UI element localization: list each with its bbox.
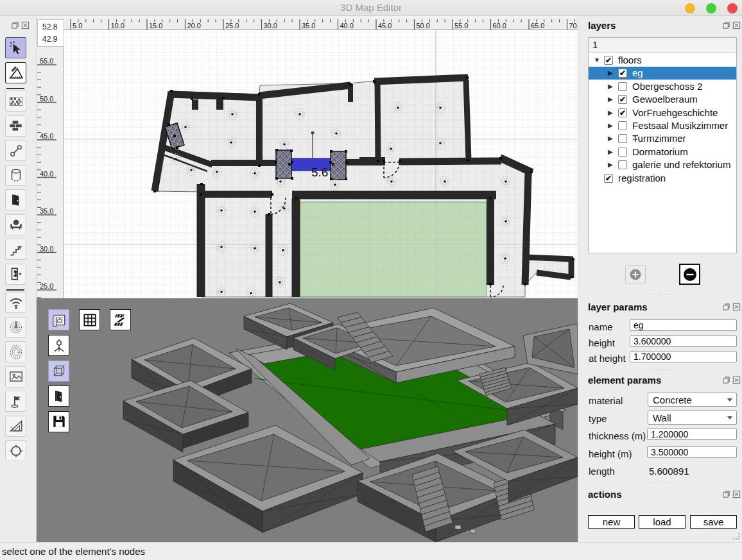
image-tool-button[interactable]	[5, 366, 26, 387]
float-dock-icon[interactable]	[722, 303, 730, 311]
layer-checkbox[interactable]	[618, 121, 627, 130]
measure-tool-button[interactable]	[5, 62, 26, 83]
minimize-button[interactable]	[685, 3, 695, 13]
layer-checkbox[interactable]: ✔	[604, 56, 613, 65]
layers-title: layers	[588, 20, 616, 31]
layer-checkbox[interactable]: ✔	[604, 174, 613, 183]
radio-source-tool-button[interactable]	[5, 317, 26, 338]
model-3d-view[interactable]	[37, 298, 578, 542]
layer-row-festsaal-musikzimmer-[interactable]: ▶Festsaal Musikzimmer ...	[589, 119, 736, 132]
crosshair-tool-button[interactable]	[5, 440, 26, 461]
material-combo[interactable]: Concrete	[648, 393, 737, 407]
grid-button[interactable]	[79, 309, 100, 330]
close-button[interactable]	[727, 3, 738, 13]
armchair-tool-button[interactable]	[5, 214, 26, 235]
fingerprint-tool-button[interactable]	[5, 341, 26, 362]
wire-cube-button[interactable]	[48, 361, 69, 382]
layer-name-field[interactable]	[630, 319, 737, 331]
layer-at-height-field[interactable]	[630, 351, 737, 362]
close-dock-icon[interactable]	[21, 21, 30, 30]
length-value: 5.600891	[649, 466, 689, 477]
layers-tree[interactable]: 1 ▼✔floors▶✔eg▶Obergeschoss 2▶✔Gewoelber…	[588, 37, 737, 253]
tool-palette	[0, 16, 37, 542]
svg-text:30.0: 30.0	[40, 245, 53, 253]
close-dock-icon[interactable]	[732, 303, 741, 311]
at-height-label: at height	[589, 353, 626, 364]
layer-row-turmzimmer[interactable]: ▶Turmzimmer	[589, 132, 736, 145]
layer-row-galerie-und-refektorium[interactable]: ▶galerie und refektorium	[589, 158, 736, 171]
element-height-field[interactable]	[647, 446, 737, 458]
texture-tool-button[interactable]	[5, 90, 26, 112]
door-tool-button[interactable]	[5, 189, 26, 210]
load-button[interactable]: load	[639, 515, 686, 529]
wifi-tool-button[interactable]	[5, 292, 26, 313]
edge-nodes-tool-button[interactable]	[5, 140, 26, 161]
layer-row-registration[interactable]: ✔registration	[589, 172, 736, 185]
save-button[interactable]: save	[690, 515, 737, 529]
add-layer-button[interactable]	[625, 265, 646, 284]
save-icon	[51, 413, 67, 430]
maximize-button[interactable]	[706, 3, 716, 13]
layer-row-obergeschoss-2[interactable]: ▶Obergeschoss 2	[589, 80, 736, 93]
layer-height-field[interactable]	[630, 335, 737, 347]
float-dock-icon[interactable]	[722, 376, 730, 384]
splitter-handle[interactable]: ······	[650, 366, 671, 373]
layer-row-floors[interactable]: ▼✔floors	[589, 54, 736, 67]
layer-checkbox[interactable]	[618, 148, 627, 157]
float-dock-icon[interactable]	[722, 490, 730, 498]
map-2d-view[interactable]: 52.8 42.9 5.010.015.020.025.030.035.040.…	[37, 16, 578, 298]
door3d-button[interactable]	[48, 386, 69, 407]
z-logo-button[interactable]	[110, 309, 131, 330]
chevron-down-icon[interactable]: ▼	[594, 56, 600, 64]
remove-layer-button[interactable]	[679, 264, 700, 285]
z-logo-icon	[112, 312, 129, 328]
bricks-tool-button[interactable]	[5, 115, 26, 137]
chevron-right-icon[interactable]: ▶	[608, 83, 613, 90]
chevron-right-icon[interactable]: ▶	[608, 69, 613, 76]
layer-row-gewoelberaum[interactable]: ▶✔Gewoelberaum	[589, 93, 736, 106]
person-exit-tool-button[interactable]	[5, 264, 26, 285]
layer-label: Dormatorium	[632, 146, 688, 157]
layer-checkbox[interactable]: ✔	[618, 108, 627, 117]
cursor-select-tool-button[interactable]	[5, 37, 26, 58]
close-dock-icon[interactable]	[732, 21, 741, 30]
layer-checkbox[interactable]: ✔	[618, 69, 627, 78]
horizontal-ruler: 5.010.015.020.025.030.035.040.045.050.05…	[64, 19, 578, 30]
layer-checkbox[interactable]	[618, 160, 627, 169]
float-dock-icon[interactable]	[11, 21, 19, 30]
material-value: Concrete	[653, 395, 692, 405]
layer-row-eg[interactable]: ▶✔eg	[589, 67, 736, 80]
layer-row-dormatorium[interactable]: ▶Dormatorium	[589, 146, 736, 158]
cylinder-tool-button[interactable]	[5, 165, 26, 186]
person-exit-icon	[8, 266, 24, 282]
chevron-right-icon[interactable]: ▶	[608, 148, 613, 155]
thickness-field[interactable]	[647, 428, 737, 440]
stairs-tool-button[interactable]	[5, 239, 26, 260]
float-dock-icon[interactable]	[722, 21, 730, 30]
size-grip[interactable]	[732, 532, 740, 540]
chevron-right-icon[interactable]: ▶	[608, 122, 613, 129]
layer-row-vorfruehgeschichte[interactable]: ▶✔VorFruehgeschichte	[589, 106, 736, 119]
image-icon	[8, 368, 24, 385]
type-combo[interactable]: Wall	[648, 411, 737, 425]
chevron-right-icon[interactable]: ▶	[608, 135, 613, 142]
layer-checkbox[interactable]	[618, 134, 627, 143]
chevron-right-icon[interactable]: ▶	[608, 109, 613, 116]
close-dock-icon[interactable]	[732, 376, 741, 384]
axes-gizmo-button[interactable]	[48, 335, 69, 356]
element-params-title: element params	[588, 375, 661, 386]
splitter-handle[interactable]: ······	[650, 479, 671, 486]
layer-checkbox[interactable]: ✔	[618, 95, 627, 104]
save-button[interactable]	[48, 411, 69, 432]
new-button[interactable]: new	[588, 515, 635, 529]
chevron-right-icon[interactable]: ▶	[608, 161, 613, 168]
set-square-tool-button[interactable]	[5, 416, 26, 437]
layer-checkbox[interactable]	[618, 82, 627, 91]
splitter-handle[interactable]: ······	[650, 291, 671, 298]
length-label: length	[589, 466, 615, 477]
floor-plan-canvas[interactable]: 5.6	[64, 30, 578, 298]
blueprint-button[interactable]	[48, 309, 69, 330]
chevron-right-icon[interactable]: ▶	[608, 96, 613, 103]
close-dock-icon[interactable]	[732, 490, 741, 498]
flag-tool-button[interactable]	[5, 391, 26, 412]
